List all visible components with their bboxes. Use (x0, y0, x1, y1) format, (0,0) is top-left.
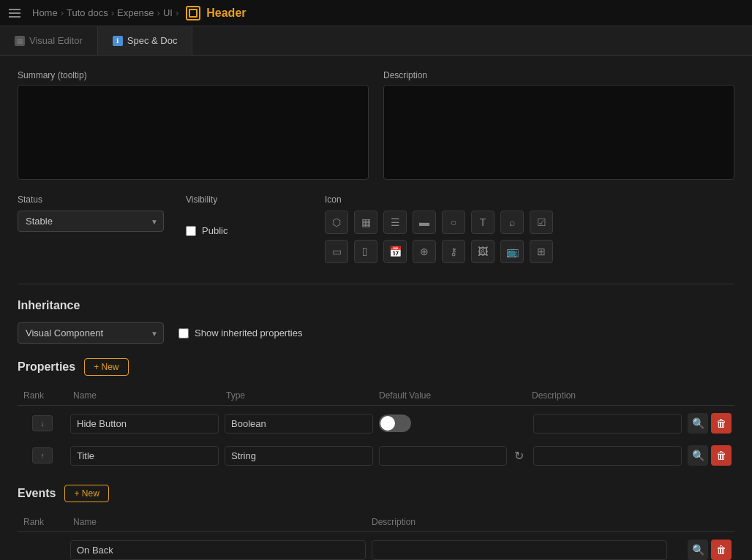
properties-title: Properties (18, 360, 75, 374)
status-visibility-icon-row: Status Stable Beta Deprecated Experiment… (18, 194, 734, 269)
status-select[interactable]: Stable Beta Deprecated Experimental (18, 211, 164, 232)
summary-description-row: Summary (tooltip) Description (18, 70, 734, 180)
default-value-1 (379, 415, 527, 432)
property-name-2[interactable] (70, 446, 219, 466)
public-checkbox[interactable] (186, 226, 196, 236)
event-delete-btn-1[interactable]: 🗑 (711, 540, 732, 560)
public-checkbox-label[interactable]: Public (186, 225, 303, 236)
tab-bar: ▦ Visual Editor ℹ Spec & Doc (0, 26, 752, 56)
icon-minus[interactable]: ▬ (413, 211, 436, 234)
description-input-2[interactable] (533, 446, 682, 466)
menu-icon[interactable] (9, 7, 22, 20)
icon-rect1[interactable]: ▭ (325, 240, 348, 263)
breadcrumb-home[interactable]: Home (32, 7, 58, 18)
icon-calendar[interactable]: 📅 (383, 240, 407, 263)
icon-video[interactable]: 📺 (500, 240, 524, 263)
description-textarea[interactable] (383, 85, 734, 180)
action-btns-2: 🔍 🗑 (688, 445, 732, 466)
add-event-button[interactable]: + New (64, 485, 108, 502)
show-inherited-checkbox[interactable] (178, 328, 189, 338)
status-label: Status (18, 194, 164, 205)
breadcrumb-sep-4: › (176, 7, 178, 18)
delete-btn-1[interactable]: 🗑 (711, 413, 732, 434)
event-description-1[interactable] (372, 540, 667, 560)
divider-1 (18, 284, 734, 284)
breadcrumb-ui[interactable]: UI (163, 7, 173, 18)
show-inherited-label[interactable]: Show inherited properties (178, 328, 302, 338)
icon-col: Icon ⬡ ▦ ☰ ▬ ○ T ⌕ ☑ ▭ ▭ 📅 ⊕ ⚷ (325, 194, 734, 269)
icon-circle[interactable]: ○ (442, 211, 465, 234)
icon-grid: ⬡ ▦ ☰ ▬ ○ T ⌕ ☑ ▭ ▭ 📅 ⊕ ⚷ 🖼 📺 (325, 211, 734, 263)
visibility-label: Visibility (186, 194, 303, 205)
icon-grid[interactable]: ▦ (354, 211, 377, 234)
rank-up-2[interactable]: ↑ (32, 447, 53, 463)
add-property-button[interactable]: + New (84, 358, 128, 376)
breadcrumb-tuto[interactable]: Tuto docs (67, 7, 108, 18)
show-inherited-text: Show inherited properties (195, 328, 302, 338)
page-title-area: Header (186, 6, 246, 20)
event-row-1: 🔍 🗑 (18, 535, 734, 560)
breadcrumb-sep-1: › (61, 7, 64, 18)
property-row-2: ↑ String Boolean Number ↻ 🔍 🗑 (18, 441, 734, 470)
toggle-knob-1 (380, 416, 395, 431)
icon-check[interactable]: ☑ (530, 211, 553, 234)
tab-spec-doc-label: Spec & Doc (127, 35, 178, 46)
default-value-input-2[interactable] (379, 446, 507, 466)
type-select-2[interactable]: String Boolean Number (225, 446, 373, 466)
status-select-wrapper: Stable Beta Deprecated Experimental (18, 211, 164, 232)
icon-key[interactable]: ⚷ (442, 240, 465, 263)
refresh-btn-2[interactable]: ↻ (510, 447, 527, 464)
inheritance-title: Inheritance (18, 299, 734, 312)
col-actions (685, 390, 729, 401)
visual-editor-icon: ▦ (15, 36, 25, 46)
rank-controls-1: ↓ (20, 415, 64, 431)
event-col-description: Description (372, 517, 664, 527)
events-header: Events + New (18, 485, 734, 502)
toggle-switch-1[interactable] (379, 415, 411, 432)
event-name-1[interactable] (70, 540, 366, 560)
property-name-1[interactable] (70, 414, 219, 434)
status-col: Status Stable Beta Deprecated Experiment… (18, 194, 164, 232)
icon-cursor[interactable]: ⌕ (500, 211, 524, 234)
icon-text[interactable]: T (471, 211, 495, 234)
event-action-btns-1: 🔍 🗑 (673, 540, 732, 560)
rank-down-1[interactable]: ↓ (32, 415, 53, 431)
properties-header: Properties + New (18, 358, 734, 376)
events-table-header: Rank Name Description (18, 512, 734, 532)
type-select-1[interactable]: Boolean String Number (225, 414, 373, 434)
tab-visual-editor[interactable]: ▦ Visual Editor (0, 26, 98, 55)
icon-3d[interactable]: ⬡ (325, 211, 348, 234)
page-icon (186, 6, 200, 20)
summary-textarea[interactable] (18, 85, 369, 180)
icon-row-2: ▭ ▭ 📅 ⊕ ⚷ 🖼 📺 ⊞ (325, 240, 734, 263)
public-label: Public (202, 225, 228, 236)
delete-btn-2[interactable]: 🗑 (711, 445, 732, 466)
tab-spec-doc[interactable]: ℹ Spec & Doc (98, 26, 193, 55)
event-search-btn-1[interactable]: 🔍 (688, 540, 708, 560)
event-col-actions (670, 517, 729, 527)
type-select-wrapper-1: Boolean String Number (225, 414, 373, 434)
properties-table-header: Rank Name Type Default Value Description (18, 386, 734, 406)
breadcrumb: Home › Tuto docs › Expense › UI › (32, 7, 178, 18)
inheritance-select-wrapper: Visual Component None (18, 322, 164, 344)
tab-visual-editor-label: Visual Editor (29, 35, 83, 46)
search-btn-1[interactable]: 🔍 (688, 413, 708, 434)
default-value-row-2: ↻ (379, 446, 527, 466)
inheritance-select[interactable]: Visual Component None (18, 322, 164, 344)
icon-image[interactable]: 🖼 (471, 240, 495, 263)
icon-dashboard[interactable]: ⊞ (530, 240, 553, 263)
property-row-1: ↓ Boolean String Number 🔍 🗑 (18, 409, 734, 438)
page-title: Header (206, 7, 246, 20)
description-group: Description (383, 70, 734, 180)
events-title: Events (18, 487, 56, 500)
icon-link[interactable]: ⊕ (413, 240, 436, 263)
breadcrumb-expense[interactable]: Expense (117, 7, 154, 18)
col-description: Description (532, 390, 679, 401)
event-col-name: Name (73, 517, 366, 527)
action-btns-1: 🔍 🗑 (688, 413, 732, 434)
summary-group: Summary (tooltip) (18, 70, 369, 180)
icon-rect2[interactable]: ▭ (354, 240, 377, 263)
description-input-1[interactable] (533, 414, 682, 434)
search-btn-2[interactable]: 🔍 (688, 445, 708, 466)
icon-list[interactable]: ☰ (383, 211, 407, 234)
